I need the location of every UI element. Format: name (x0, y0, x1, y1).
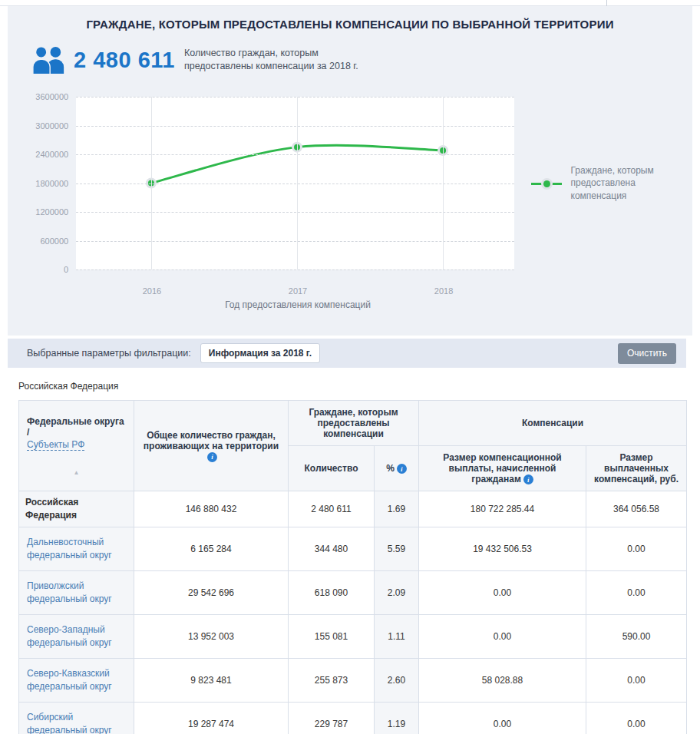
gridline (76, 97, 513, 98)
region-link[interactable]: Приволжский федеральный округ (27, 580, 112, 604)
cell-total: 29 542 696 (134, 570, 289, 614)
table-row: Российская Федерация146 880 4322 480 611… (19, 491, 687, 527)
cell-total: 6 165 284 (134, 527, 289, 570)
cell-pct: 5.59 (375, 527, 419, 570)
y-axis-tick: 600000 (40, 236, 68, 246)
cell-paid: 0.00 (586, 570, 687, 614)
chart-legend: Граждане, которым предоставлена компенса… (531, 97, 692, 269)
cell-paid: 0.00 (586, 702, 687, 734)
cell-pct: 1.19 (375, 702, 419, 734)
y-axis-tick: 1200000 (35, 207, 68, 217)
regions-table: Федеральные округа / Субъекты РФ ▲ Общее… (18, 400, 687, 734)
table-row: Северо-Западный федеральный округ13 952 … (19, 614, 687, 658)
stat-row: 2 480 611 Количество граждан, которым пр… (31, 46, 692, 74)
cell-qty: 229 787 (289, 702, 375, 734)
region-link[interactable]: Сибирский федеральный округ (27, 712, 112, 734)
cell-pct: 1.11 (375, 614, 419, 658)
y-axis-tick: 2400000 (35, 150, 68, 159)
cell-qty: 344 480 (289, 527, 375, 570)
table-row: Сибирский федеральный округ19 287 474229… (19, 702, 687, 734)
table-row: Дальневосточный федеральный округ6 165 2… (19, 527, 687, 570)
cell-accrued: 0.00 (419, 614, 586, 658)
cell-qty: 255 873 (289, 658, 375, 702)
x-axis-title: Год предоставления компенсаций (77, 299, 519, 310)
stat-label: Количество граждан, которым предоставлен… (184, 47, 358, 73)
cell-paid: 590.00 (586, 614, 687, 658)
region-link[interactable]: Дальневосточный федеральный округ (27, 537, 112, 560)
top-divider (606, 0, 607, 6)
filter-label: Выбранные параметры фильтрации: (27, 348, 191, 359)
cell-paid: 0.00 (586, 527, 687, 570)
filter-bar: Выбранные параметры фильтрации: Информац… (8, 339, 686, 368)
y-axis-tick: 1800000 (35, 179, 68, 188)
region-link[interactable]: Северо-Кавказский федеральный округ (27, 668, 112, 692)
region-link[interactable]: Северо-Западный федеральный округ (27, 624, 112, 648)
cell-pct: 2.60 (375, 658, 419, 702)
cell-qty: 618 090 (289, 570, 375, 614)
current-territory-name: Российская Федерация (25, 497, 78, 521)
gridline (76, 154, 513, 155)
gridline (76, 212, 513, 213)
column-header-percent: %i (375, 446, 419, 491)
gridline (443, 97, 444, 269)
cell-paid: 364 056.58 (586, 491, 687, 527)
clear-filters-button[interactable]: Очистить (618, 343, 676, 364)
x-axis-tick: 2016 (143, 286, 161, 296)
legend-line-marker (531, 178, 562, 189)
chart-x-axis: 201620172018 (77, 286, 519, 299)
x-axis-tick: 2018 (434, 286, 453, 296)
chart-y-axis: 0600000120000018000002400000300000036000… (8, 97, 76, 269)
top-strip (0, 0, 700, 6)
cell-accrued: 0.00 (419, 570, 586, 614)
cell-qty: 155 081 (289, 614, 375, 658)
cell-accrued: 180 722 285.44 (419, 491, 586, 527)
citizens-icon (31, 46, 66, 74)
cell-paid: 0.00 (586, 658, 687, 702)
filter-chip[interactable]: Информация за 2018 г. (200, 343, 320, 363)
cell-total: 13 952 003 (134, 614, 289, 658)
cell-accrued: 19 432 506.53 (419, 527, 586, 570)
y-axis-tick: 3600000 (35, 92, 68, 101)
info-icon[interactable]: i (207, 452, 217, 462)
breadcrumb: Российская Федерация (18, 381, 700, 392)
gridline (297, 97, 298, 269)
info-icon[interactable]: i (523, 474, 533, 484)
info-icon[interactable]: i (397, 464, 407, 474)
page-title: ГРАЖДАНЕ, КОТОРЫМ ПРЕДОСТАВЛЕНЫ КОМПЕНСА… (8, 18, 692, 31)
column-group-compensations: Компенсации (419, 401, 687, 446)
y-axis-tick: 3000000 (35, 121, 68, 131)
column-header-territory: Федеральные округа / Субъекты РФ ▲ (19, 401, 134, 491)
gridline (76, 269, 513, 270)
column-header-accrued: Размер компенсационной выплаты, начислен… (419, 446, 586, 491)
gridline (76, 126, 513, 127)
table-row: Северо-Кавказский федеральный округ9 823… (19, 658, 687, 702)
subjects-rf-link[interactable]: Субъекты РФ (27, 439, 84, 451)
column-header-paid: Размер выплаченных компенсаций, руб. (586, 446, 687, 491)
column-header-total-citizens: Общее количество граждан, проживающих на… (134, 401, 289, 491)
cell-total: 9 823 481 (134, 658, 289, 702)
gridline (76, 241, 513, 242)
x-axis-tick: 2017 (289, 286, 307, 296)
stat-value: 2 480 611 (74, 48, 175, 73)
legend-label: Граждане, которым предоставлена компенса… (571, 164, 692, 202)
column-header-quantity: Количество (289, 446, 375, 491)
cell-total: 19 287 474 (134, 702, 289, 734)
table-row: Приволжский федеральный округ29 542 6966… (19, 570, 687, 614)
cell-accrued: 0.00 (419, 702, 586, 734)
chart-plot-area (76, 97, 513, 269)
gridline (151, 97, 152, 269)
cell-qty: 2 480 611 (289, 491, 375, 527)
line-chart: 0600000120000018000002400000300000036000… (8, 97, 692, 269)
cell-pct: 1.69 (375, 491, 419, 527)
cell-accrued: 58 028.88 (419, 658, 586, 702)
cell-pct: 2.09 (375, 570, 419, 614)
column-group-compensated-citizens: Граждане, которым предоставлены компенса… (289, 401, 419, 446)
y-axis-tick: 0 (64, 265, 68, 274)
chart-card: ГРАЖДАНЕ, КОТОРЫМ ПРЕДОСТАВЛЕНЫ КОМПЕНСА… (8, 6, 692, 336)
gridline (76, 184, 513, 184)
sort-asc-icon[interactable]: ▲ (74, 469, 80, 476)
cell-total: 146 880 432 (134, 491, 289, 527)
